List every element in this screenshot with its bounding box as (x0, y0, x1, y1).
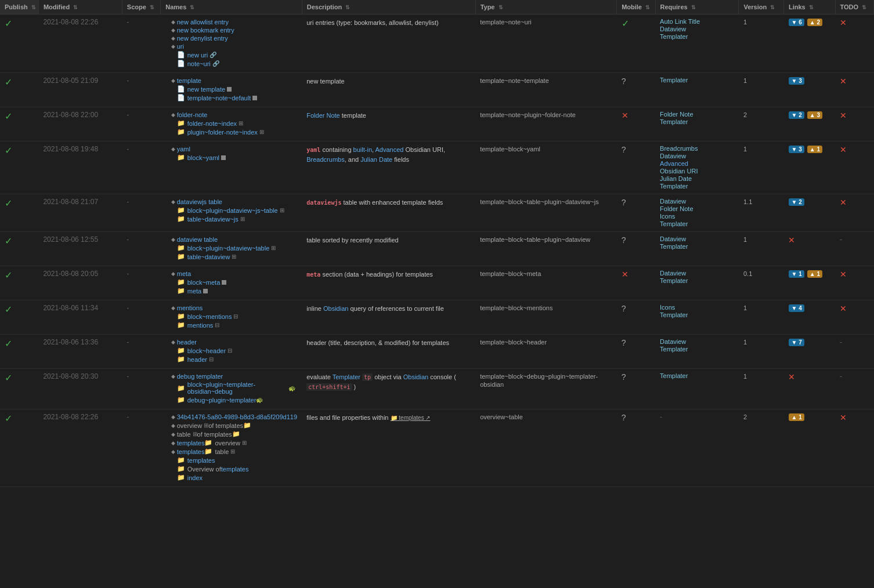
name-text: of templates (208, 422, 243, 429)
cell-names-11: ◆34b41476-5a80-4989-b8d3-d8a5f209d119 ◆o… (161, 409, 302, 487)
name-group-mentions: ◆mentions 📁block~mentions⊟ 📁mentions⊟ (165, 304, 298, 329)
name-link[interactable]: folder-note~index (187, 120, 237, 127)
name-link[interactable]: new template (187, 86, 225, 93)
bullet-icon: ◆ (171, 199, 175, 205)
cell-modified-5: 2021-08-08 21:07 (38, 194, 122, 232)
mobile-check-icon: ✓ (622, 19, 629, 28)
name-link[interactable]: meta (187, 288, 201, 295)
name-link[interactable]: 34b41476-5a80-4989-b8d3-d8a5f209d119 (177, 413, 297, 420)
name-link[interactable]: dataview table (177, 236, 218, 243)
name-link[interactable]: header (187, 356, 207, 363)
name-item: 📁table~dataview⊞ (165, 252, 298, 261)
cell-todo-7: ✕ (835, 266, 874, 300)
name-link[interactable]: block~yaml (187, 154, 219, 161)
col-header-mobile[interactable]: Mobile ⇅ (617, 0, 655, 14)
col-header-modified[interactable]: Modified ⇅ (38, 0, 122, 14)
name-link[interactable]: new bookmark entry (177, 27, 234, 34)
name-item: ◆overview ⊞ of templates 📁 (165, 421, 298, 430)
version-text-6: 1 (743, 236, 747, 243)
sort-icon-names: ⇅ (190, 5, 194, 10)
publish-check-icon: ✓ (5, 304, 12, 314)
name-link[interactable]: table~dataview (187, 253, 230, 260)
version-text-3: 2 (743, 111, 747, 118)
badge-orange: ▲ 1 (807, 146, 822, 153)
cell-type-4: template~block~yaml (475, 141, 617, 194)
cell-names-3: ◆folder-note 📁folder-note~index⊞ 📁plugin… (161, 107, 302, 141)
mobile-question-icon: ? (622, 372, 626, 382)
col-header-requires[interactable]: Requires ⇅ (655, 0, 739, 14)
cell-names-9: ◆header 📁block~header⊟ 📁header⊟ (161, 335, 302, 369)
cell-modified-9: 2021-08-06 13:36 (38, 335, 122, 369)
col-header-publish[interactable]: Publish ⇅ (0, 0, 38, 14)
scope-value-6: - (127, 235, 129, 244)
name-link[interactable]: yaml (177, 146, 190, 153)
name-link[interactable]: templates (177, 448, 205, 455)
name-item: 📄note~uri🔗 (165, 59, 298, 68)
templater-link[interactable]: Templater (333, 373, 360, 380)
cell-names-6: ◆dataview table 📁block~plugin~dataview~t… (161, 232, 302, 266)
obsidian-link[interactable]: Obsidian (323, 305, 348, 312)
table-row: ✓ 2021-08-08 20:05 - ◆meta 📁block~meta 📁… (0, 266, 874, 300)
name-item: ◆debug templater (165, 372, 298, 380)
name-link[interactable]: new denylist entry (177, 35, 228, 42)
col-header-scope[interactable]: Scope ⇅ (122, 0, 160, 14)
name-link[interactable]: new allowlist entry (177, 19, 229, 26)
name-link[interactable]: dataviewjs table (177, 198, 222, 205)
col-header-version[interactable]: Version ⇅ (739, 0, 783, 14)
cell-type-3: template~note~plugin~folder-note (475, 107, 617, 141)
name-link[interactable]: new uri (187, 52, 208, 59)
name-link[interactable]: block~meta (187, 279, 221, 286)
name-link[interactable]: block~mentions (187, 313, 232, 320)
julian-link[interactable]: Julian Date (360, 156, 392, 163)
breadcrumbs-link[interactable]: Breadcrumbs (306, 156, 344, 163)
name-link[interactable]: header (177, 339, 197, 346)
folder-icon: 📁 (177, 287, 185, 295)
badge-blue: ▼ 2 (789, 198, 804, 206)
col-header-type[interactable]: Type ⇅ (475, 0, 617, 14)
advanced-link[interactable]: Advanced (375, 146, 404, 153)
bullet-icon: ◆ (171, 423, 175, 429)
name-link[interactable]: block~plugin~templater-obsidian~debug (187, 381, 289, 395)
name-link[interactable]: block~plugin~dataview~table (187, 245, 270, 252)
name-link[interactable]: template~note~default (187, 95, 251, 101)
name-link[interactable]: templates (177, 440, 205, 447)
cross-icon: ✕ (788, 235, 795, 245)
name-link[interactable]: meta (177, 270, 191, 277)
name-link[interactable]: mentions (187, 322, 214, 329)
publish-check-icon: ✓ (5, 270, 12, 280)
name-link[interactable]: mentions (177, 304, 203, 311)
bullet-icon: ◆ (171, 305, 175, 311)
mobile-question-icon: ? (622, 338, 626, 347)
name-link[interactable]: note~uri (187, 60, 211, 67)
name-link[interactable]: templates (187, 457, 215, 464)
modified-date-8: 2021-08-06 11:34 (43, 304, 98, 312)
meta-code: meta (306, 271, 320, 278)
name-link[interactable]: plugin~folder-note~index (187, 129, 258, 136)
name-link[interactable]: debug templater (177, 373, 223, 380)
version-text-11: 2 (743, 413, 747, 420)
obsidian-link[interactable]: Obsidian (403, 373, 428, 380)
desc-link[interactable]: Folder Note (306, 112, 340, 119)
version-text-9: 1 (743, 339, 747, 346)
name-link[interactable]: index (187, 474, 203, 481)
scope-value-10: - (127, 372, 129, 380)
file-icon: 📄 (177, 51, 185, 59)
mobile-cross-icon: ✕ (622, 270, 629, 279)
cell-type-8: template~block~mentions (475, 300, 617, 335)
name-group-dataviewjs: ◆dataviewjs table 📁block~plugin~dataview… (165, 198, 298, 223)
name-link[interactable]: block~plugin~dataview~js~table (187, 207, 278, 214)
shortcut-code: ctrl+shift+i (306, 383, 352, 391)
col-header-names[interactable]: Names ⇅ (161, 0, 302, 14)
col-header-todo[interactable]: TODO ⇅ (835, 0, 874, 14)
table-row: ✓ 2021-08-08 20:30 - ◆debug templater 📁b… (0, 369, 874, 409)
name-link[interactable]: table~dataview~js (187, 216, 239, 223)
col-header-description[interactable]: Description ⇅ (302, 0, 475, 14)
sort-icon-mobile: ⇅ (645, 5, 650, 10)
name-link[interactable]: template (177, 77, 201, 84)
name-link[interactable]: templates (221, 466, 249, 473)
name-link[interactable]: debug~plugin~templater (187, 397, 257, 404)
name-link[interactable]: block~header (187, 347, 226, 354)
col-header-links[interactable]: Links ⇅ (783, 0, 835, 14)
cross-icon: ✕ (788, 372, 795, 382)
name-link[interactable]: folder-note (177, 111, 208, 118)
